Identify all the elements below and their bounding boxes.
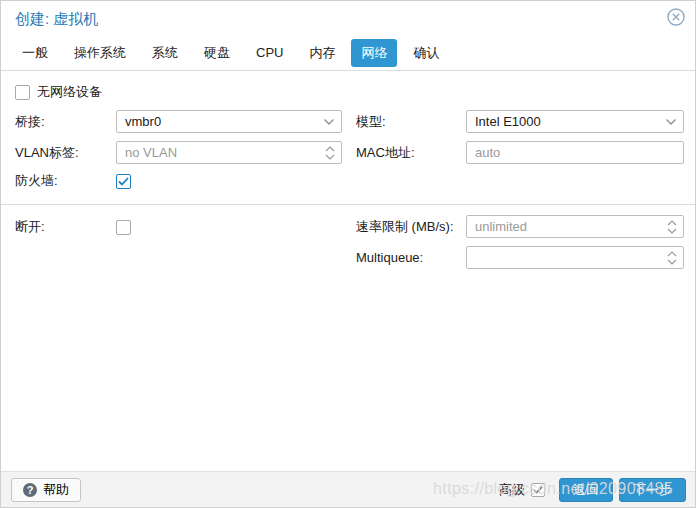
mac-address-placeholder: auto	[475, 145, 500, 160]
spinner-up-down-icon[interactable]	[325, 142, 335, 163]
vlan-tag-label: VLAN标签:	[15, 144, 116, 162]
chevron-down-icon[interactable]	[323, 111, 335, 132]
help-button-label: 帮助	[43, 481, 69, 499]
model-combobox[interactable]: Intel E1000	[466, 110, 684, 133]
firewall-checkbox[interactable]	[116, 174, 131, 189]
vlan-tag-spinner[interactable]: no VLAN	[116, 141, 342, 164]
help-button[interactable]: ? 帮助	[11, 478, 81, 502]
tab-system[interactable]: 系统	[142, 39, 188, 67]
dialog-header: 创建: 虚拟机	[1, 1, 695, 35]
spinner-up-down-icon[interactable]	[667, 247, 677, 268]
no-network-device-label: 无网络设备	[37, 83, 102, 101]
no-network-device-checkbox[interactable]	[15, 85, 30, 100]
tab-os[interactable]: 操作系统	[64, 39, 136, 67]
rate-limit-label: 速率限制 (MB/s):	[356, 218, 466, 236]
bridge-label: 桥接:	[15, 113, 116, 131]
tab-confirm[interactable]: 确认	[403, 39, 449, 67]
advanced-checkbox[interactable]	[531, 483, 545, 497]
tab-general[interactable]: 一般	[12, 39, 58, 67]
back-button[interactable]: 返回	[559, 478, 613, 502]
next-button[interactable]: 下一步	[619, 478, 686, 502]
disconnect-checkbox[interactable]	[116, 220, 131, 235]
chevron-down-icon[interactable]	[665, 111, 677, 132]
dialog-title: 创建: 虚拟机	[15, 10, 98, 27]
tab-harddisk[interactable]: 硬盘	[194, 39, 240, 67]
tab-cpu[interactable]: CPU	[246, 40, 293, 65]
model-value: Intel E1000	[475, 114, 541, 129]
dialog-footer: ? 帮助 高级 返回 下一步	[1, 471, 695, 507]
advanced-label: 高级	[499, 481, 525, 499]
firewall-label: 防火墙:	[15, 172, 116, 190]
create-vm-dialog: 创建: 虚拟机 一般 操作系统 系统 硬盘 CPU 内存 网络 确认 无网络设备…	[0, 0, 696, 508]
wizard-tabbar: 一般 操作系统 系统 硬盘 CPU 内存 网络 确认	[1, 35, 695, 71]
model-label: 模型:	[356, 113, 466, 131]
help-icon: ?	[23, 483, 37, 497]
mac-address-label: MAC地址:	[356, 144, 466, 162]
advanced-section-divider	[1, 204, 696, 205]
multiqueue-spinner[interactable]	[466, 246, 684, 269]
tab-memory[interactable]: 内存	[299, 39, 345, 67]
multiqueue-label: Multiqueue:	[356, 250, 466, 265]
disconnect-label: 断开:	[15, 218, 116, 236]
mac-address-input[interactable]: auto	[466, 141, 684, 164]
rate-limit-placeholder: unlimited	[475, 219, 527, 234]
network-form: 无网络设备 桥接: vmbr0 模型: Intel E1000	[1, 71, 695, 269]
bridge-combobox[interactable]: vmbr0	[116, 110, 342, 133]
close-icon[interactable]	[667, 8, 685, 26]
tab-network[interactable]: 网络	[351, 39, 397, 67]
rate-limit-spinner[interactable]: unlimited	[466, 215, 684, 238]
bridge-value: vmbr0	[125, 114, 161, 129]
spinner-up-down-icon[interactable]	[667, 216, 677, 237]
vlan-tag-placeholder: no VLAN	[125, 145, 177, 160]
